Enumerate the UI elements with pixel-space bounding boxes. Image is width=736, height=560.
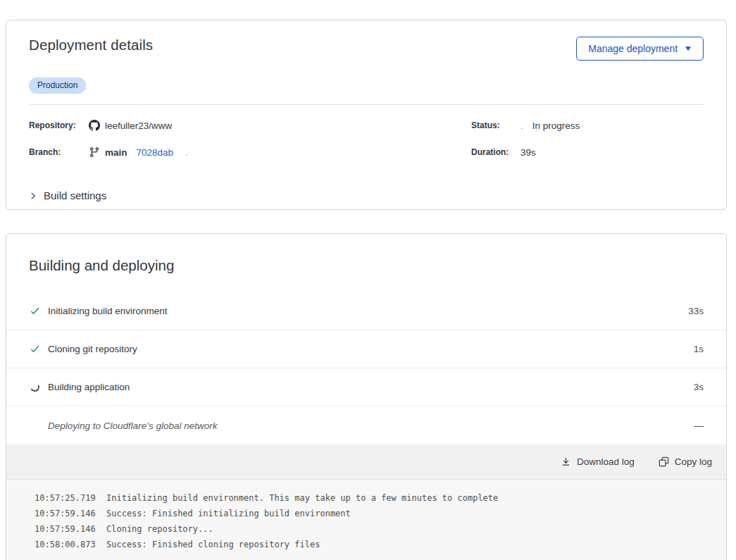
status-row: Status: . In progress xyxy=(471,118,704,133)
spinner-icon xyxy=(29,382,40,393)
github-icon xyxy=(89,120,100,131)
log-timestamp: 10:57:59.146 xyxy=(35,524,106,534)
log-line: 10:57:59.146 Success: Finished initializ… xyxy=(35,506,712,521)
branch-label: Branch: xyxy=(29,147,89,157)
chevron-down-icon: ▼ xyxy=(684,45,693,52)
log-line: 10:57:25.719 Initializing build environm… xyxy=(35,490,712,506)
log-message: Success: Finished cloning repository fil… xyxy=(106,540,320,549)
repository-row: Repository: leefuller23/www xyxy=(29,118,471,133)
step-deploying-network: Deploying to Cloudflare's global network… xyxy=(6,406,726,444)
divider xyxy=(29,104,704,105)
step-duration: — xyxy=(694,421,704,431)
log-timestamp: 10:57:25.719 xyxy=(35,493,106,503)
branch-name: main xyxy=(105,147,127,158)
git-branch-icon xyxy=(89,147,100,158)
duration-label: Duration: xyxy=(471,147,520,157)
copy-icon xyxy=(659,456,669,467)
status-spinner-icon: . xyxy=(520,120,523,131)
page-title: Deployment details xyxy=(29,37,153,54)
step-duration: 3s xyxy=(694,382,704,392)
manage-deployment-label: Manage deployment xyxy=(588,43,678,54)
chevron-right-icon xyxy=(29,192,37,200)
deployment-fields: Repository: leefuller23/www Branch: xyxy=(29,118,704,171)
deployment-header: Deployment details Manage deployment ▼ xyxy=(29,37,704,61)
download-log-button[interactable]: Download log xyxy=(561,456,635,467)
deployment-details-card: Deployment details Manage deployment ▼ P… xyxy=(6,20,727,210)
log-line: 10:58:00.873 Success: Finished cloning r… xyxy=(35,537,712,552)
building-deploying-card: Building and deploying Initializing buil… xyxy=(6,233,727,560)
environment-badge: Production xyxy=(29,77,86,94)
duration-value: 39s xyxy=(520,147,536,158)
log-toolbar: Download log Copy log xyxy=(6,444,726,480)
step-duration: 33s xyxy=(688,306,704,316)
duration-row: Duration: 39s xyxy=(471,144,704,160)
copy-log-label: Copy log xyxy=(675,456,712,467)
repository-value: leefuller23/www xyxy=(105,120,172,131)
separator-dot: . xyxy=(185,147,188,158)
step-building-application[interactable]: Building application 3s xyxy=(6,368,726,406)
section-title: Building and deploying xyxy=(29,257,704,274)
download-log-label: Download log xyxy=(577,456,635,467)
step-initializing-build[interactable]: Initializing build environment 33s xyxy=(6,292,726,330)
log-timestamp: 10:58:00.873 xyxy=(35,540,106,549)
copy-log-button[interactable]: Copy log xyxy=(659,456,712,467)
build-settings-label: Build settings xyxy=(44,189,106,201)
status-value: In progress xyxy=(532,120,580,131)
check-icon xyxy=(29,306,40,317)
log-timestamp: 10:57:59.146 xyxy=(35,509,106,518)
log-message: Success: Finished initializing build env… xyxy=(106,509,351,518)
status-label: Status: xyxy=(471,120,520,130)
build-log-output[interactable]: 10:57:25.719 Initializing build environm… xyxy=(6,480,726,560)
log-message: Initializing build environment. This may… xyxy=(106,493,498,503)
manage-deployment-button[interactable]: Manage deployment ▼ xyxy=(576,37,704,61)
step-cloning-repo[interactable]: Cloning git repository 1s xyxy=(6,330,726,368)
step-duration: 1s xyxy=(694,344,704,354)
repository-label: Repository: xyxy=(29,120,89,130)
log-message: Cloning repository... xyxy=(106,524,213,534)
branch-row: Branch: main 7028dab . xyxy=(29,144,471,160)
commit-hash-link[interactable]: 7028dab xyxy=(137,147,174,158)
log-line: 10:57:59.146 Cloning repository... xyxy=(35,521,712,537)
download-icon xyxy=(561,456,571,467)
check-icon xyxy=(29,344,40,355)
build-steps-list: Initializing build environment 33s Cloni… xyxy=(6,292,726,444)
build-settings-expander[interactable]: Build settings xyxy=(29,189,106,201)
